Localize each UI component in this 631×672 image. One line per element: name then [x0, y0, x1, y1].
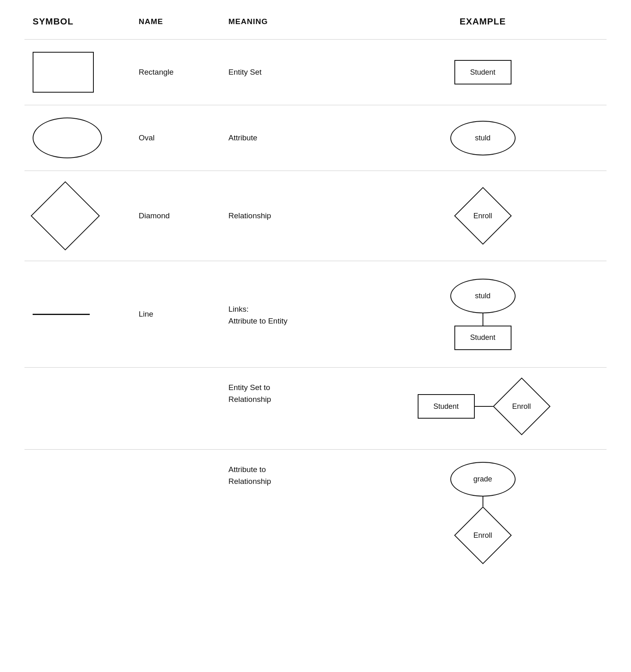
oval-shape [33, 118, 102, 158]
table-row: Line Links: Attribute to Entity stuld St… [24, 261, 607, 367]
table-header: SYMBOL NAME MEANING EXAMPLE [24, 16, 607, 35]
table-row: Entity Set to Relationship Student Enrol… [24, 368, 607, 449]
attr-rel-meaning-text: Attribute to Relationship [228, 464, 271, 487]
meaning-oval: Attribute [228, 133, 359, 142]
meaning-entity-rel: Entity Set to Relationship [228, 380, 359, 405]
symbol-oval [24, 118, 139, 158]
page: SYMBOL NAME MEANING EXAMPLE Rectangle En… [0, 0, 631, 672]
entity-rel-rect: Student [418, 394, 475, 419]
example-oval: stuld [359, 121, 607, 155]
example-line: stuld Student [359, 279, 607, 350]
example-diamond-label: Enroll [473, 212, 492, 220]
example-rectangle: Student [359, 60, 607, 84]
attr-rel-diagram: grade Enroll [450, 462, 516, 562]
entity-rel-meaning-text: Entity Set to Relationship [228, 382, 271, 405]
example-diamond-wrapper: Enroll [456, 189, 509, 242]
table-row: Attribute to Relationship grade Enroll [24, 450, 607, 570]
symbol-diamond [24, 187, 139, 244]
example-diamond: Enroll [359, 189, 607, 242]
entity-rel-line [475, 406, 495, 407]
meaning-line: Links: Attribute to Entity [228, 302, 359, 327]
example-oval-shape: stuld [450, 121, 516, 155]
line-example-oval: stuld [450, 279, 516, 313]
table-row: Oval Attribute stuld [24, 105, 607, 171]
symbol-rectangle [24, 52, 139, 93]
example-rect-shape: Student [454, 60, 511, 84]
attr-rel-line2: Relationship [228, 477, 271, 486]
symbol-line [24, 314, 139, 315]
name-diamond: Diamond [139, 211, 228, 220]
header-name: NAME [139, 16, 228, 27]
line-example-diagram: stuld Student [450, 279, 516, 350]
entity-rel-diamond-label: Enroll [512, 402, 531, 411]
diamond-symbol-wrapper [33, 187, 98, 244]
name-line: Line [139, 310, 228, 319]
entity-rel-line1: Entity Set to [228, 383, 270, 392]
diamond-shape-symbol [31, 181, 100, 251]
entity-rel-diamond-wrapper: Enroll [495, 380, 548, 433]
line-example-connector [483, 313, 483, 326]
attr-rel-diamond-wrapper: Enroll [456, 509, 509, 562]
table-row: Rectangle Entity Set Student [24, 40, 607, 105]
rectangle-shape [33, 52, 94, 93]
line-shape [33, 314, 90, 315]
header-symbol: SYMBOL [24, 16, 139, 27]
meaning-rectangle: Entity Set [228, 68, 359, 77]
line-example-rect: Student [454, 326, 511, 350]
meaning-line-text: Links: Attribute to Entity [228, 304, 288, 327]
name-oval: Oval [139, 133, 228, 142]
attr-rel-diamond-label: Enroll [473, 531, 492, 540]
entity-rel-diagram: Student Enroll [418, 380, 548, 433]
example-entity-rel: Student Enroll [359, 380, 607, 433]
header-meaning: MEANING [228, 16, 359, 27]
header-example: EXAMPLE [359, 16, 607, 27]
meaning-diamond: Relationship [228, 211, 359, 220]
example-attr-rel: grade Enroll [359, 462, 607, 562]
meaning-attr-rel: Attribute to Relationship [228, 462, 359, 487]
attr-rel-oval: grade [450, 462, 516, 497]
name-rectangle: Rectangle [139, 68, 228, 77]
entity-rel-line2: Relationship [228, 395, 271, 404]
attr-rel-line1: Attribute to [228, 465, 266, 474]
table-row: Diamond Relationship Enroll [24, 171, 607, 261]
